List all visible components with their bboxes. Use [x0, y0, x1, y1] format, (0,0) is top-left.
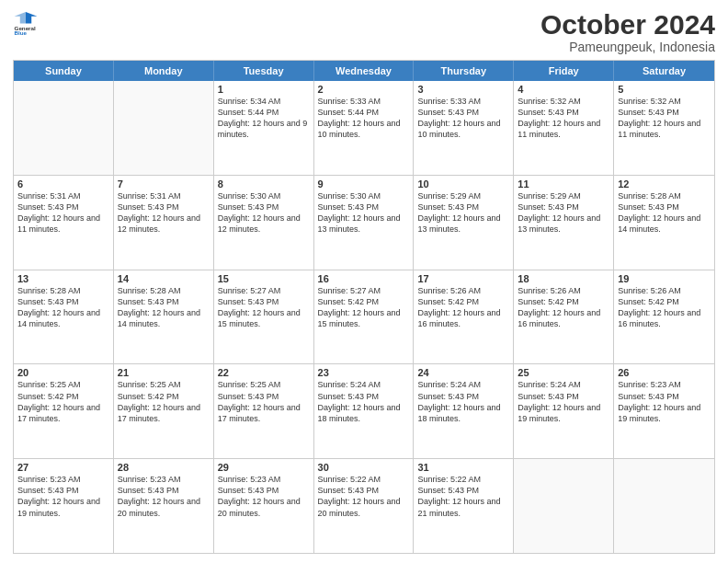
- day-cell-15: 15Sunrise: 5:27 AM Sunset: 5:43 PM Dayli…: [214, 270, 314, 364]
- day-number: 22: [218, 367, 310, 378]
- day-info: Sunrise: 5:28 AM Sunset: 5:43 PM Dayligh…: [618, 190, 711, 236]
- day-number: 1: [218, 84, 310, 95]
- day-cell-24: 24Sunrise: 5:24 AM Sunset: 5:43 PM Dayli…: [414, 364, 514, 458]
- day-info: Sunrise: 5:30 AM Sunset: 5:43 PM Dayligh…: [318, 190, 410, 236]
- day-number: 29: [218, 462, 310, 473]
- day-number: 8: [218, 178, 310, 190]
- day-cell-2: 2Sunrise: 5:33 AM Sunset: 5:44 PM Daylig…: [314, 81, 415, 175]
- day-info: Sunrise: 5:25 AM Sunset: 5:42 PM Dayligh…: [118, 379, 210, 424]
- header-day-friday: Friday: [514, 61, 614, 81]
- day-info: Sunrise: 5:32 AM Sunset: 5:43 PM Dayligh…: [618, 96, 711, 141]
- day-info: Sunrise: 5:33 AM Sunset: 5:44 PM Dayligh…: [318, 96, 410, 141]
- day-number: 16: [318, 273, 410, 284]
- day-info: Sunrise: 5:23 AM Sunset: 5:43 PM Dayligh…: [17, 474, 109, 519]
- header-day-sunday: Sunday: [14, 61, 114, 81]
- calendar-row-4: 20Sunrise: 5:25 AM Sunset: 5:42 PM Dayli…: [14, 364, 714, 459]
- day-cell-9: 9Sunrise: 5:30 AM Sunset: 5:43 PM Daylig…: [314, 176, 415, 270]
- logo: General Blue: [13, 9, 39, 35]
- day-cell-14: 14Sunrise: 5:28 AM Sunset: 5:43 PM Dayli…: [114, 270, 214, 364]
- day-cell-11: 11Sunrise: 5:29 AM Sunset: 5:43 PM Dayli…: [514, 176, 614, 270]
- day-number: 14: [118, 273, 210, 284]
- day-info: Sunrise: 5:26 AM Sunset: 5:42 PM Dayligh…: [618, 285, 711, 330]
- day-cell-26: 26Sunrise: 5:23 AM Sunset: 5:43 PM Dayli…: [614, 364, 714, 458]
- empty-cell: [114, 81, 214, 175]
- day-cell-10: 10Sunrise: 5:29 AM Sunset: 5:43 PM Dayli…: [414, 176, 514, 270]
- day-number: 24: [417, 367, 509, 378]
- day-cell-8: 8Sunrise: 5:30 AM Sunset: 5:43 PM Daylig…: [214, 176, 314, 270]
- day-number: 9: [318, 178, 410, 190]
- day-cell-4: 4Sunrise: 5:32 AM Sunset: 5:43 PM Daylig…: [514, 81, 614, 175]
- day-info: Sunrise: 5:26 AM Sunset: 5:42 PM Dayligh…: [417, 285, 509, 330]
- day-number: 10: [417, 178, 509, 190]
- day-info: Sunrise: 5:24 AM Sunset: 5:43 PM Dayligh…: [318, 379, 410, 424]
- day-info: Sunrise: 5:24 AM Sunset: 5:43 PM Dayligh…: [417, 379, 509, 424]
- day-cell-16: 16Sunrise: 5:27 AM Sunset: 5:42 PM Dayli…: [314, 270, 415, 364]
- empty-cell: [514, 459, 614, 553]
- day-cell-31: 31Sunrise: 5:22 AM Sunset: 5:43 PM Dayli…: [414, 459, 514, 553]
- day-number: 3: [417, 84, 509, 95]
- day-number: 25: [518, 367, 609, 378]
- day-info: Sunrise: 5:31 AM Sunset: 5:43 PM Dayligh…: [17, 190, 109, 236]
- day-number: 30: [318, 462, 410, 473]
- day-number: 17: [417, 273, 509, 284]
- day-number: 7: [118, 178, 210, 190]
- day-cell-17: 17Sunrise: 5:26 AM Sunset: 5:42 PM Dayli…: [414, 270, 514, 364]
- header: General Blue October 2024 Pameungpeuk, I…: [13, 9, 715, 54]
- calendar-row-5: 27Sunrise: 5:23 AM Sunset: 5:43 PM Dayli…: [14, 459, 714, 553]
- page: General Blue October 2024 Pameungpeuk, I…: [0, 0, 728, 563]
- day-info: Sunrise: 5:23 AM Sunset: 5:43 PM Dayligh…: [218, 474, 310, 519]
- day-cell-30: 30Sunrise: 5:22 AM Sunset: 5:43 PM Dayli…: [314, 459, 415, 553]
- day-info: Sunrise: 5:30 AM Sunset: 5:43 PM Dayligh…: [218, 190, 310, 236]
- day-cell-13: 13Sunrise: 5:28 AM Sunset: 5:43 PM Dayli…: [14, 270, 114, 364]
- day-cell-18: 18Sunrise: 5:26 AM Sunset: 5:42 PM Dayli…: [514, 270, 614, 364]
- day-number: 6: [17, 178, 109, 190]
- day-number: 23: [318, 367, 410, 378]
- day-info: Sunrise: 5:23 AM Sunset: 5:43 PM Dayligh…: [118, 474, 210, 519]
- calendar-row-2: 6Sunrise: 5:31 AM Sunset: 5:43 PM Daylig…: [14, 176, 714, 270]
- day-info: Sunrise: 5:22 AM Sunset: 5:43 PM Dayligh…: [417, 474, 509, 519]
- header-day-monday: Monday: [114, 61, 214, 81]
- day-cell-25: 25Sunrise: 5:24 AM Sunset: 5:43 PM Dayli…: [514, 364, 614, 458]
- day-number: 21: [118, 367, 210, 378]
- day-cell-21: 21Sunrise: 5:25 AM Sunset: 5:42 PM Dayli…: [114, 364, 214, 458]
- day-info: Sunrise: 5:27 AM Sunset: 5:42 PM Dayligh…: [318, 285, 410, 330]
- day-info: Sunrise: 5:25 AM Sunset: 5:43 PM Dayligh…: [218, 379, 310, 424]
- day-info: Sunrise: 5:24 AM Sunset: 5:43 PM Dayligh…: [518, 379, 609, 424]
- day-cell-28: 28Sunrise: 5:23 AM Sunset: 5:43 PM Dayli…: [114, 459, 214, 553]
- day-info: Sunrise: 5:29 AM Sunset: 5:43 PM Dayligh…: [518, 190, 609, 236]
- day-info: Sunrise: 5:26 AM Sunset: 5:42 PM Dayligh…: [518, 285, 609, 330]
- day-cell-1: 1Sunrise: 5:34 AM Sunset: 5:44 PM Daylig…: [214, 81, 314, 175]
- calendar-row-3: 13Sunrise: 5:28 AM Sunset: 5:43 PM Dayli…: [14, 270, 714, 365]
- day-number: 18: [518, 273, 609, 284]
- day-number: 13: [17, 273, 109, 284]
- calendar-row-1: 1Sunrise: 5:34 AM Sunset: 5:44 PM Daylig…: [14, 81, 714, 176]
- empty-cell: [614, 459, 714, 553]
- day-number: 20: [17, 367, 109, 378]
- day-cell-12: 12Sunrise: 5:28 AM Sunset: 5:43 PM Dayli…: [614, 176, 714, 270]
- day-info: Sunrise: 5:23 AM Sunset: 5:43 PM Dayligh…: [618, 379, 711, 424]
- day-info: Sunrise: 5:33 AM Sunset: 5:43 PM Dayligh…: [417, 96, 509, 141]
- day-cell-6: 6Sunrise: 5:31 AM Sunset: 5:43 PM Daylig…: [14, 176, 114, 270]
- day-info: Sunrise: 5:22 AM Sunset: 5:43 PM Dayligh…: [318, 474, 410, 519]
- header-day-saturday: Saturday: [614, 61, 714, 81]
- day-info: Sunrise: 5:29 AM Sunset: 5:43 PM Dayligh…: [417, 190, 509, 236]
- day-number: 28: [118, 462, 210, 473]
- day-info: Sunrise: 5:34 AM Sunset: 5:44 PM Dayligh…: [218, 96, 310, 141]
- header-day-tuesday: Tuesday: [214, 61, 314, 81]
- calendar-subtitle: Pameungpeuk, Indonesia: [540, 40, 715, 54]
- calendar: SundayMondayTuesdayWednesdayThursdayFrid…: [13, 60, 715, 554]
- header-day-thursday: Thursday: [414, 61, 514, 81]
- day-cell-3: 3Sunrise: 5:33 AM Sunset: 5:43 PM Daylig…: [414, 81, 514, 175]
- day-number: 12: [618, 178, 711, 190]
- day-number: 19: [618, 273, 711, 284]
- day-number: 11: [518, 178, 609, 190]
- day-cell-29: 29Sunrise: 5:23 AM Sunset: 5:43 PM Dayli…: [214, 459, 314, 553]
- day-number: 27: [17, 462, 109, 473]
- day-cell-22: 22Sunrise: 5:25 AM Sunset: 5:43 PM Dayli…: [214, 364, 314, 458]
- day-info: Sunrise: 5:28 AM Sunset: 5:43 PM Dayligh…: [17, 285, 109, 330]
- day-cell-19: 19Sunrise: 5:26 AM Sunset: 5:42 PM Dayli…: [614, 270, 714, 364]
- calendar-header: SundayMondayTuesdayWednesdayThursdayFrid…: [14, 61, 714, 81]
- logo-icon: General Blue: [13, 9, 39, 35]
- day-number: 5: [618, 84, 711, 95]
- day-number: 2: [318, 84, 410, 95]
